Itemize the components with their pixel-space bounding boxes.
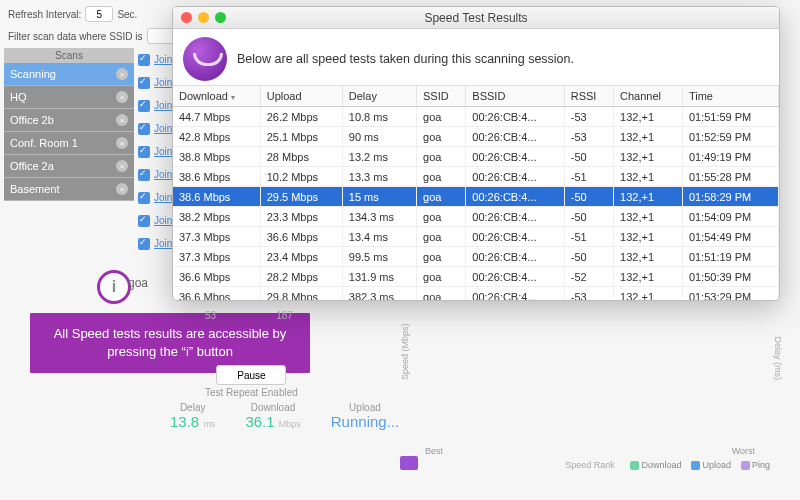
titlebar[interactable]: Speed Test Results [173,7,779,29]
checkbox[interactable] [138,192,150,204]
close-icon[interactable]: × [116,183,128,195]
scans-sidebar: Scans Scanning×HQ×Office 2b×Conf. Room 1… [4,48,134,201]
ssid-badge: goa [128,276,148,290]
results-table: Download▾UploadDelaySSIDBSSIDRSSIChannel… [173,86,779,300]
column-upload[interactable]: Upload [260,86,342,107]
sidebar-item-office-2b[interactable]: Office 2b× [4,109,134,132]
column-channel[interactable]: Channel [614,86,683,107]
table-row[interactable]: 36.6 Mbps28.2 Mbps131.9 msgoa00:26:CB:4.… [173,267,779,287]
chart-icon[interactable] [400,456,418,470]
close-icon[interactable]: × [116,68,128,80]
table-row[interactable]: 37.3 Mbps36.6 Mbps13.4 msgoa00:26:CB:4..… [173,227,779,247]
table-row[interactable]: 38.2 Mbps23.3 Mbps134.3 msgoa00:26:CB:4.… [173,207,779,227]
table-row[interactable]: 38.8 Mbps28 Mbps13.2 msgoa00:26:CB:4...-… [173,147,779,167]
info-button[interactable]: i [97,270,131,304]
close-icon[interactable]: × [116,91,128,103]
join-link[interactable]: Join [154,123,172,134]
chart-legend: Download Upload Ping [630,460,770,470]
checkbox[interactable] [138,77,150,89]
column-rssi[interactable]: RSSI [564,86,613,107]
sidebar-item-office-2a[interactable]: Office 2a× [4,155,134,178]
gauge-area: 53187 Pause Test Repeat Enabled [205,310,298,398]
join-link[interactable]: Join [154,238,172,249]
checkbox[interactable] [138,123,150,135]
pause-button[interactable]: Pause [216,365,286,385]
app-icon [183,37,227,81]
table-row[interactable]: 38.6 Mbps29.5 Mbps15 msgoa00:26:CB:4...-… [173,187,779,207]
speed-chart: Speed (Mbps) Delay (ms) BestWorst Speed … [400,300,780,470]
sort-desc-icon: ▾ [231,93,235,102]
table-row[interactable]: 37.3 Mbps23.4 Mbps99.5 msgoa00:26:CB:4..… [173,247,779,267]
checkbox[interactable] [138,215,150,227]
checkbox[interactable] [138,238,150,250]
sec-label: Sec. [117,9,137,20]
close-icon[interactable]: × [116,160,128,172]
join-link[interactable]: Join [154,77,172,88]
stats-row: Delay13.8 ms Download36.1 Mbps UploadRun… [170,402,399,430]
sidebar-item-hq[interactable]: HQ× [4,86,134,109]
checkbox[interactable] [138,100,150,112]
window-title: Speed Test Results [173,11,779,25]
sidebar-item-conf-room-1[interactable]: Conf. Room 1× [4,132,134,155]
checkbox[interactable] [138,169,150,181]
speed-test-results-window: Speed Test Results Below are all speed t… [172,6,780,301]
sidebar-item-scanning[interactable]: Scanning× [4,63,134,86]
test-repeat-label: Test Repeat Enabled [205,387,298,398]
results-table-wrap[interactable]: Download▾UploadDelaySSIDBSSIDRSSIChannel… [173,85,779,300]
checkbox[interactable] [138,146,150,158]
join-link[interactable]: Join [154,169,172,180]
column-time[interactable]: Time [682,86,778,107]
join-link[interactable]: Join [154,54,172,65]
sidebar-item-basement[interactable]: Basement× [4,178,134,201]
join-link[interactable]: Join [154,100,172,111]
table-row[interactable]: 42.8 Mbps25.1 Mbps90 msgoa00:26:CB:4...-… [173,127,779,147]
close-icon[interactable]: × [116,137,128,149]
table-row[interactable]: 38.6 Mbps10.2 Mbps13.3 msgoa00:26:CB:4..… [173,167,779,187]
join-link[interactable]: Join [154,146,172,157]
join-link[interactable]: Join [154,215,172,226]
column-bssid[interactable]: BSSID [466,86,564,107]
refresh-interval-input[interactable] [85,6,113,22]
modal-heading: Below are all speed tests taken during t… [237,52,574,66]
filter-label: Filter scan data where SSID is [8,31,143,42]
checkbox[interactable] [138,54,150,66]
table-row[interactable]: 44.7 Mbps26.2 Mbps10.8 msgoa00:26:CB:4..… [173,107,779,127]
close-icon[interactable]: × [116,114,128,126]
table-row[interactable]: 36.6 Mbps29.8 Mbps382.3 msgoa00:26:CB:4.… [173,287,779,301]
refresh-label: Refresh Interval: [8,9,81,20]
column-delay[interactable]: Delay [342,86,416,107]
join-link[interactable]: Join [154,192,172,203]
column-ssid[interactable]: SSID [417,86,466,107]
scans-header: Scans [4,48,134,63]
column-download[interactable]: Download▾ [173,86,260,107]
